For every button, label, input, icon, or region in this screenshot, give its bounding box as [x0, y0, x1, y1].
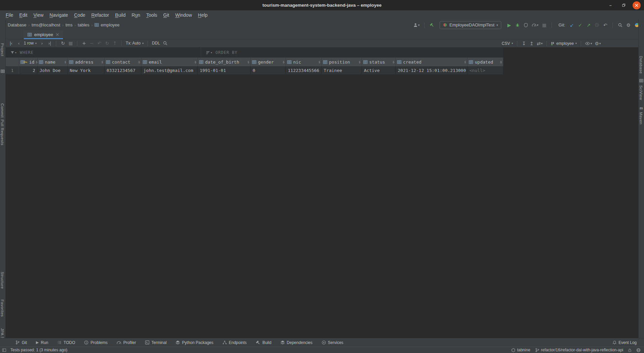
- tool-stripe-favorites[interactable]: Favorites: [0, 299, 4, 317]
- menu-item-git[interactable]: Git: [160, 12, 172, 18]
- bottom-tool-terminal[interactable]: Terminal: [145, 340, 167, 345]
- cell-created[interactable]: 2021-12-12 15:01:00.213000: [396, 66, 467, 74]
- menu-item-code[interactable]: Code: [71, 12, 88, 18]
- menu-item-navigate[interactable]: Navigate: [47, 12, 71, 18]
- bottom-tool-dependencies[interactable]: Dependencies: [280, 340, 313, 345]
- compare-icon[interactable]: ⇄▾: [537, 40, 542, 47]
- debug-icon[interactable]: [515, 21, 520, 29]
- push-icon[interactable]: ↗: [586, 21, 591, 29]
- run-button[interactable]: ▶: [507, 21, 512, 29]
- git-branch-status[interactable]: refactor/16/refactor-dal-with-java-refle…: [535, 348, 623, 352]
- cell-email[interactable]: john.test@gmail.com: [141, 66, 198, 74]
- find-icon[interactable]: [163, 39, 168, 47]
- revert-icon[interactable]: ↶: [97, 39, 102, 47]
- bottom-tool-endpoints[interactable]: Endpoints: [222, 340, 247, 345]
- table-row[interactable]: 12John DoeNew York03321234567john.test@g…: [6, 66, 503, 74]
- add-row-icon[interactable]: +: [81, 39, 86, 47]
- restore-icon[interactable]: [620, 1, 628, 9]
- column-header-name[interactable]: name▲▼: [38, 58, 68, 66]
- breadcrumb-item-tms[interactable]: tms: [64, 22, 73, 27]
- column-header-status[interactable]: status▲▼: [362, 58, 396, 66]
- refresh-changes-icon[interactable]: ↻: [105, 39, 110, 47]
- column-header-date-of-birth[interactable]: date_of_birth▲▼: [198, 58, 251, 66]
- cell-position[interactable]: Trainee: [322, 66, 362, 74]
- cell-nic[interactable]: 112233445566: [286, 66, 322, 74]
- bottom-tool-git[interactable]: Git: [15, 340, 27, 345]
- bottom-tool-problems[interactable]: Problems: [84, 340, 108, 345]
- submit-icon[interactable]: ↑: [112, 39, 117, 47]
- tool-stripe-project[interactable]: Project: [0, 43, 4, 56]
- close-icon[interactable]: ×: [633, 1, 641, 9]
- previous-page-icon[interactable]: ‹: [16, 39, 21, 47]
- where-filter-input[interactable]: ▾ WHERE: [6, 48, 201, 58]
- cell-contact[interactable]: 03321234567: [105, 66, 141, 74]
- search-icon[interactable]: [618, 21, 623, 29]
- globe-icon[interactable]: [636, 348, 641, 352]
- tool-stripe-structure[interactable]: Structure: [0, 272, 4, 289]
- tool-stripe-sciview[interactable]: SciView: [639, 85, 643, 100]
- column-header-position[interactable]: position▲▼: [322, 58, 362, 66]
- cell-name[interactable]: John Doe: [38, 66, 68, 74]
- breadcrumb-item-database[interactable]: Database: [7, 22, 27, 27]
- tool-stripe-commit[interactable]: Commit: [0, 103, 4, 118]
- breadcrumb-item-employee[interactable]: employee: [93, 22, 120, 27]
- reload-icon[interactable]: ↻: [60, 39, 65, 47]
- column-header-id[interactable]: id▲▼: [19, 58, 38, 66]
- breadcrumb-item-tables[interactable]: tables: [77, 22, 90, 27]
- next-page-icon[interactable]: ›: [39, 39, 44, 47]
- ddl-button[interactable]: DDL: [152, 41, 160, 46]
- coverage-icon[interactable]: [523, 21, 528, 29]
- grid-settings-gear-icon[interactable]: ⚙▾: [595, 40, 601, 47]
- menu-item-build[interactable]: Build: [112, 12, 129, 18]
- column-header-created[interactable]: created▲▼: [396, 58, 467, 66]
- bottom-tool-build[interactable]: Build: [256, 340, 271, 345]
- menu-item-edit[interactable]: Edit: [16, 12, 30, 18]
- close-tab-icon[interactable]: ×: [55, 32, 59, 37]
- last-page-icon[interactable]: ›|: [47, 39, 52, 47]
- bottom-tool-services[interactable]: Services: [322, 340, 343, 345]
- maven-icon[interactable]: m: [640, 106, 643, 110]
- delete-row-icon[interactable]: −: [89, 39, 94, 47]
- menu-item-view[interactable]: View: [30, 12, 47, 18]
- bottom-tool-python-packages[interactable]: Python Packages: [176, 340, 213, 345]
- commit-check-icon[interactable]: ✓: [578, 21, 583, 29]
- export-download-icon[interactable]: ↧: [521, 40, 526, 47]
- stop-icon[interactable]: ■: [542, 21, 547, 29]
- event-log-button[interactable]: Event Log: [613, 340, 637, 345]
- run-configuration-select[interactable]: EmployeeDAOImplTest ▾: [440, 21, 501, 29]
- tool-window-toggle-icon[interactable]: [2, 348, 6, 352]
- tool-stripe-database[interactable]: Database: [639, 56, 643, 74]
- cell-updated[interactable]: <null>: [467, 66, 503, 74]
- history-icon[interactable]: [594, 21, 599, 29]
- transaction-mode-select[interactable]: Tx: Auto▾: [126, 41, 143, 46]
- minimize-icon[interactable]: –: [606, 1, 615, 9]
- menu-item-help[interactable]: Help: [195, 12, 211, 18]
- cell-id[interactable]: 2: [19, 66, 38, 74]
- build-hammer-icon[interactable]: [429, 21, 434, 29]
- rollback-icon[interactable]: ↶: [603, 21, 608, 29]
- bottom-tool-todo[interactable]: TODO: [57, 340, 75, 345]
- menu-item-tools[interactable]: Tools: [143, 12, 160, 18]
- menu-item-file[interactable]: File: [3, 12, 16, 18]
- row-number[interactable]: 1: [6, 66, 19, 74]
- tab-employee[interactable]: employee ×: [24, 30, 63, 39]
- menu-item-run[interactable]: Run: [129, 12, 143, 18]
- column-header-gender[interactable]: gender▲▼: [251, 58, 286, 66]
- cell-status[interactable]: Active: [362, 66, 396, 74]
- stripe-table-icon[interactable]: [639, 79, 643, 83]
- column-header-email[interactable]: email▲▼: [141, 58, 198, 66]
- view-options-eye-icon[interactable]: ▾: [585, 40, 592, 47]
- cell-date-of-birth[interactable]: 1991-01-01: [198, 66, 251, 74]
- update-project-icon[interactable]: ↙: [569, 21, 574, 29]
- lock-icon[interactable]: [628, 348, 632, 352]
- profiler-icon[interactable]: ▾: [532, 21, 538, 29]
- row-count-select[interactable]: 1 row▾: [24, 41, 37, 46]
- data-target-select[interactable]: employee▾: [551, 41, 577, 46]
- breadcrumb-item-tms-localhost[interactable]: tms@localhost: [30, 22, 61, 27]
- tool-stripe-maven[interactable]: Maven: [639, 112, 643, 124]
- bottom-tool-profiler[interactable]: Profiler: [117, 340, 136, 345]
- column-header-updated[interactable]: updated▲▼: [467, 58, 503, 66]
- tool-stripe-pull-requests[interactable]: Pull Requests: [0, 119, 4, 145]
- column-header-address[interactable]: address▲▼: [68, 58, 105, 66]
- stop-query-icon[interactable]: ■: [68, 39, 73, 47]
